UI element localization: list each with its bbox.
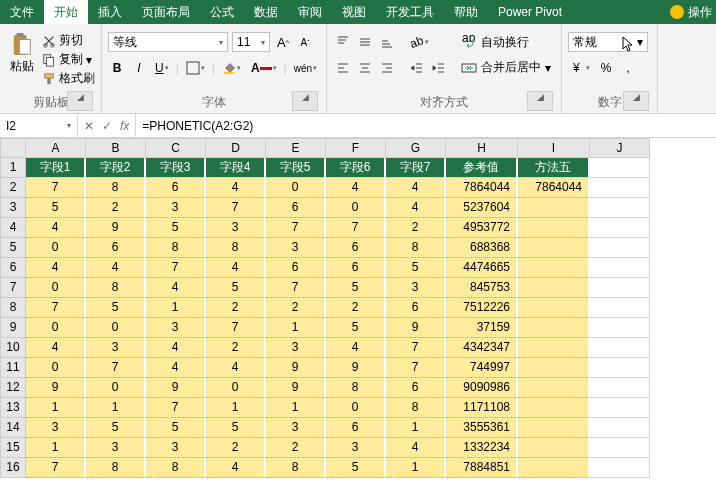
column-header[interactable]: E	[266, 138, 326, 158]
cell[interactable]: 9	[266, 358, 326, 378]
cell[interactable]: 4	[146, 338, 206, 358]
align-middle-button[interactable]	[355, 32, 375, 52]
cell[interactable]: 37159	[446, 318, 518, 338]
font-color-button[interactable]: A▾	[248, 58, 280, 78]
cell[interactable]	[518, 458, 590, 478]
cell[interactable]: 8	[266, 458, 326, 478]
cell[interactable]: 7512226	[446, 298, 518, 318]
column-header[interactable]: G	[386, 138, 446, 158]
align-bottom-button[interactable]	[377, 32, 397, 52]
column-header[interactable]: C	[146, 138, 206, 158]
cell[interactable]: 1	[266, 318, 326, 338]
tell-me[interactable]: 操作	[670, 4, 716, 21]
cell[interactable]: 7	[86, 358, 146, 378]
cell[interactable]: 7	[386, 338, 446, 358]
cell[interactable]: 2	[206, 438, 266, 458]
shrink-font-button[interactable]: Aˇ	[296, 32, 314, 52]
cell[interactable]: 1	[266, 398, 326, 418]
cell[interactable]: 2	[386, 218, 446, 238]
cell[interactable]: 1	[386, 458, 446, 478]
align-center-button[interactable]	[355, 58, 375, 78]
cell[interactable]: 5	[146, 418, 206, 438]
cancel-icon[interactable]: ✕	[84, 119, 94, 133]
cell[interactable]	[590, 458, 650, 478]
cell[interactable]: 5	[146, 218, 206, 238]
font-size-select[interactable]: 11▾	[232, 32, 270, 52]
merge-center-button[interactable]: 合并后居中 ▾	[457, 57, 555, 78]
cell[interactable]: 4	[206, 258, 266, 278]
cell[interactable]: 0	[266, 178, 326, 198]
cell[interactable]: 7864044	[518, 178, 590, 198]
cell[interactable]: 9	[146, 378, 206, 398]
cell[interactable]: 845753	[446, 278, 518, 298]
cell[interactable]	[518, 358, 590, 378]
cell[interactable]: 7	[206, 198, 266, 218]
cell[interactable]: 8	[386, 238, 446, 258]
tab-data[interactable]: 数据	[244, 0, 288, 24]
cell[interactable]: 8	[386, 398, 446, 418]
grow-font-button[interactable]: A^	[274, 32, 292, 52]
table-header-cell[interactable]: 字段1	[26, 158, 86, 178]
row-header[interactable]: 9	[0, 318, 26, 338]
cell[interactable]: 4953772	[446, 218, 518, 238]
cell[interactable]: 0	[86, 318, 146, 338]
cell[interactable]: 9	[266, 378, 326, 398]
table-header-cell[interactable]: 参考值	[446, 158, 518, 178]
fx-icon[interactable]: fx	[120, 119, 129, 133]
cell[interactable]: 8	[86, 178, 146, 198]
tab-home[interactable]: 开始	[44, 0, 88, 24]
table-header-cell[interactable]: 字段6	[326, 158, 386, 178]
italic-button[interactable]: I	[130, 58, 148, 78]
cell[interactable]	[590, 438, 650, 458]
cell[interactable]: 3	[266, 238, 326, 258]
cell[interactable]: 5	[26, 198, 86, 218]
align-left-button[interactable]	[333, 58, 353, 78]
dialog-launcher-icon[interactable]: ◢	[292, 91, 318, 111]
cell[interactable]: 1	[26, 398, 86, 418]
cell[interactable]: 4	[26, 338, 86, 358]
row-header[interactable]: 7	[0, 278, 26, 298]
cell[interactable]: 4	[146, 358, 206, 378]
cell[interactable]: 4	[206, 358, 266, 378]
table-header-cell[interactable]: 方法五	[518, 158, 590, 178]
font-name-select[interactable]: 等线▾	[108, 32, 228, 52]
cell[interactable]: 1171108	[446, 398, 518, 418]
cell[interactable]: 6	[146, 178, 206, 198]
cell[interactable]: 7	[206, 318, 266, 338]
cell[interactable]	[590, 378, 650, 398]
cell[interactable]: 3	[386, 278, 446, 298]
cell[interactable]: 1332234	[446, 438, 518, 458]
cell[interactable]: 8	[326, 378, 386, 398]
row-header[interactable]: 12	[0, 378, 26, 398]
paste-button[interactable]: 粘贴	[6, 26, 38, 92]
cell[interactable]: 7	[326, 218, 386, 238]
cell[interactable]: 8	[146, 458, 206, 478]
cell[interactable]: 7	[386, 358, 446, 378]
cell[interactable]	[518, 318, 590, 338]
cut-button[interactable]: 剪切	[42, 32, 95, 49]
cell[interactable]	[518, 338, 590, 358]
format-painter-button[interactable]: 格式刷	[42, 70, 95, 87]
cell[interactable]	[590, 338, 650, 358]
cell[interactable]: 3	[266, 418, 326, 438]
cell[interactable]	[590, 298, 650, 318]
cell[interactable]: 0	[326, 198, 386, 218]
column-header[interactable]: J	[590, 138, 650, 158]
row-header[interactable]: 1	[0, 158, 26, 178]
cell[interactable]: 7	[266, 278, 326, 298]
tab-help[interactable]: 帮助	[444, 0, 488, 24]
percent-button[interactable]: %	[597, 58, 615, 78]
cell[interactable]: 9	[386, 318, 446, 338]
cell[interactable]	[590, 238, 650, 258]
cell[interactable]: 4342347	[446, 338, 518, 358]
cell[interactable]: 7	[26, 298, 86, 318]
cell[interactable]: 3	[146, 318, 206, 338]
column-header[interactable]: F	[326, 138, 386, 158]
cell[interactable]: 2	[266, 298, 326, 318]
wrap-text-button[interactable]: ab 自动换行	[457, 32, 555, 53]
cell[interactable]: 6	[326, 258, 386, 278]
cell[interactable]: 7884851	[446, 458, 518, 478]
cell[interactable]: 744997	[446, 358, 518, 378]
cell[interactable]	[590, 278, 650, 298]
cell[interactable]: 5	[326, 458, 386, 478]
